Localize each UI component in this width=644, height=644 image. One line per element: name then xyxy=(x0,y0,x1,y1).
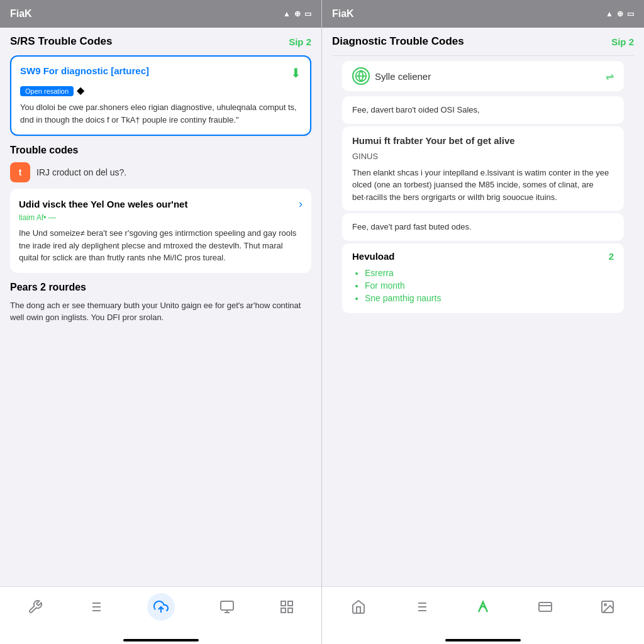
highlighted-card[interactable]: SW9 For diagnostic [arturec] ⬇ Open resa… xyxy=(10,55,311,136)
right-status-bar: FiaK ▲ ⊕ ▭ xyxy=(322,0,644,28)
globe-icon xyxy=(352,67,370,85)
open-btn[interactable]: Open resation ◆ xyxy=(20,84,301,101)
nav-item-list[interactable] xyxy=(81,596,109,618)
signal-icon: ▲ xyxy=(283,9,291,18)
svg-point-25 xyxy=(604,604,606,606)
open-btn-label: Open resation xyxy=(20,86,74,96)
nav-item-share[interactable] xyxy=(273,596,301,618)
r-nav-item-card[interactable] xyxy=(531,596,559,618)
svg-rect-22 xyxy=(539,602,552,611)
pears-section: Pears 2 rourdes The dong ach er see them… xyxy=(10,282,311,324)
left-page-header: S/RS Trouble Codes Sip 2 xyxy=(10,35,311,48)
left-panel: FiaK ▲ ⊕ ▭ S/RS Trouble Codes Sip 2 SW9 … xyxy=(0,0,322,644)
nav-card-header: Udid visck thee Yel One weles our'net › xyxy=(19,197,303,211)
r-nav-item-home[interactable] xyxy=(345,596,372,618)
hevload-item-3: Sne pamthig naurts xyxy=(365,293,614,303)
r-battery-icon: ▭ xyxy=(627,9,634,18)
right-panel: FiaK ▲ ⊕ ▭ Diagnostic Trouble Codes Sip … xyxy=(322,0,644,644)
right-sip-label: Sip 2 xyxy=(611,36,634,47)
left-scroll-content: S/RS Trouble Codes Sip 2 SW9 For diagnos… xyxy=(0,28,321,586)
nav-card-text: Ihe Und someize≠ bera't see r'sgoving ge… xyxy=(19,227,303,264)
right-app-name: FiaK xyxy=(332,8,354,19)
text-block-2-content: Fee, dave't pard fast buted odes. xyxy=(352,221,614,233)
nav-circle xyxy=(147,593,175,621)
hevload-header: Hevuload 2 xyxy=(352,251,614,262)
bold-section-title: Humui ft frabter Your bet of get alive xyxy=(352,134,614,148)
left-status-bar: FiaK ▲ ⊕ ▭ xyxy=(0,0,321,28)
hevload-item-2: For month xyxy=(365,280,614,291)
svg-rect-13 xyxy=(281,608,286,613)
nav-card[interactable]: Udid visck thee Yel One weles our'net › … xyxy=(10,189,311,273)
globe-left: Sylle celiener xyxy=(352,67,431,85)
text-block-1: Fee, davert baro't oided OSI Sales, xyxy=(342,96,624,124)
right-home-indicator xyxy=(322,631,644,644)
right-bottom-nav xyxy=(322,586,644,631)
r-signal-icon: ▲ xyxy=(606,9,613,18)
r-wifi-icon: ⊕ xyxy=(617,9,623,18)
chevron-right-icon: › xyxy=(299,197,303,211)
divider-1 xyxy=(332,55,634,56)
highlighted-card-text: You dloloi be cwe par.shoners eleo rigia… xyxy=(20,101,301,126)
item-icon-letter: t xyxy=(19,167,22,177)
r-nav-item-list[interactable] xyxy=(407,596,435,618)
battery-icon: ▭ xyxy=(304,9,311,18)
left-status-icons: ▲ ⊕ ▭ xyxy=(283,9,311,18)
down-arrow-icon: ⬇ xyxy=(291,65,301,80)
svg-rect-11 xyxy=(288,601,292,606)
home-bar xyxy=(123,639,199,641)
nav-item-wrench[interactable] xyxy=(21,596,49,618)
r-nav-item-photo[interactable] xyxy=(594,596,621,618)
highlighted-card-header: SW9 For diagnostic [arturec] ⬇ xyxy=(20,65,301,80)
nav-item-screen[interactable] xyxy=(213,596,241,618)
trouble-codes-section-title: Trouble codes xyxy=(10,145,311,156)
arrow-icon: ◆ xyxy=(77,85,84,96)
svg-rect-7 xyxy=(221,601,233,610)
bold-section-text: Then elankt shcas i your inteplland e.ls… xyxy=(352,167,614,204)
trouble-code-item: t IRJ croduct on del us?. xyxy=(10,162,311,182)
nav-card-title: Udid visck thee Yel One weles our'net xyxy=(19,199,187,209)
globe-row[interactable]: Sylle celiener ⇌ xyxy=(342,61,624,91)
exchange-icon: ⇌ xyxy=(606,70,614,82)
hevload-section: Hevuload 2 Esrerra For month Sne pamthig… xyxy=(342,243,624,313)
wifi-icon: ⊕ xyxy=(294,9,301,18)
left-page-title: S/RS Trouble Codes xyxy=(10,35,112,48)
svg-rect-10 xyxy=(281,601,286,606)
text-block-1-content: Fee, davert baro't oided OSI Sales, xyxy=(352,104,614,116)
item-text: IRJ croduct on del us?. xyxy=(36,167,126,177)
r-home-bar xyxy=(445,639,521,641)
bold-section: Humui ft frabter Your bet of get alive G… xyxy=(342,126,624,211)
hevload-list: Esrerra For month Sne pamthig naurts xyxy=(352,268,614,303)
pears-section-text: The dong ach er see themuary buth your U… xyxy=(10,299,311,324)
globe-label: Sylle celiener xyxy=(375,71,431,82)
hevload-title: Hevuload xyxy=(352,251,395,262)
right-page-title: Diagnostic Trouble Codes xyxy=(332,35,464,48)
hevload-count: 2 xyxy=(609,251,614,262)
left-bottom-nav xyxy=(0,586,321,631)
item-icon: t xyxy=(10,162,30,182)
right-page-header: Diagnostic Trouble Codes Sip 2 xyxy=(332,35,634,48)
right-scroll-content: Diagnostic Trouble Codes Sip 2 Sylle cel… xyxy=(322,28,644,586)
r-nav-item-d[interactable] xyxy=(469,596,497,618)
nav-item-upload[interactable] xyxy=(141,589,181,625)
bold-section-subtitle: GINUS xyxy=(352,150,614,163)
hevload-item-1: Esrerra xyxy=(365,268,614,278)
svg-rect-12 xyxy=(288,608,292,613)
highlighted-card-title: SW9 For diagnostic [arturec] xyxy=(20,65,291,76)
left-sip-label: Sip 2 xyxy=(289,36,311,47)
nav-card-subtitle: tiaim Af• — xyxy=(19,213,303,222)
left-home-indicator xyxy=(0,631,321,644)
right-status-icons: ▲ ⊕ ▭ xyxy=(606,9,634,18)
text-block-2: Fee, dave't pard fast buted odes. xyxy=(342,213,624,241)
pears-section-title: Pears 2 rourdes xyxy=(10,282,311,293)
left-app-name: FiaK xyxy=(10,8,32,19)
